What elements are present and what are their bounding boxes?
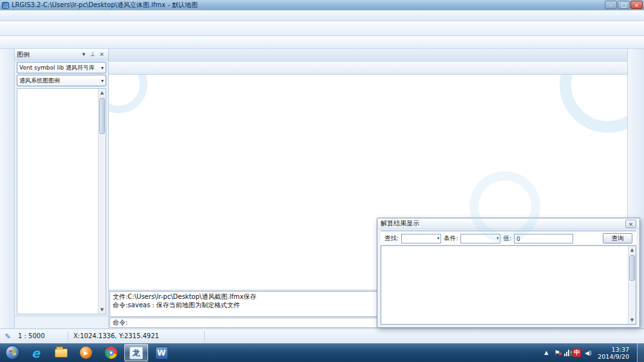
clock-date: 2014/9/20 [598,353,629,360]
dialog-title-bar[interactable]: 解算结果显示 × [377,218,639,229]
folder-icon [55,348,68,357]
clock-time: 13:37 [598,346,629,353]
action-center-flag-icon[interactable]: ⚑× [553,349,561,356]
menu-bar [0,10,644,21]
taskbar-clock[interactable]: 13:37 2014/9/20 [598,346,629,360]
symbol-library-value: Vent symbol lib 通风符号库 [19,64,101,72]
secondary-toolbar [0,36,644,49]
legend-scrollbar[interactable]: ▲ ▼ [98,89,106,314]
title-bar[interactable]: LRGIS3.2-C:\Users\lr-pc\Desktop\通风立体图.lf… [0,0,644,10]
taskbar-app-ie[interactable]: e [24,344,48,361]
table-scrollbar[interactable]: ▲ ▼ [628,246,636,324]
layer-toolbar [109,62,627,75]
legend-panel: 图例 ▾ ⊥ × Vent symbol lib 通风符号库 ▾ 通风系统图图例… [15,49,109,329]
chevron-down-icon: ▾ [437,236,440,241]
panel-menu-icon[interactable]: ▾ [79,50,88,59]
dialog-close-icon[interactable]: × [625,220,636,228]
taskbar-app-chrome[interactable] [99,344,123,361]
command-prompt-label: 命令: [113,318,128,327]
condition-label: 条件: [444,234,458,243]
symbol-category-select[interactable]: 通风系统图图例 ▾ [17,75,106,86]
show-desktop-button[interactable] [637,343,644,362]
scroll-up-icon[interactable]: ▲ [629,246,636,254]
chevron-down-icon: ▾ [101,65,104,71]
maximize-button[interactable]: □ [618,1,630,9]
find-label: 查找: [384,234,399,243]
window-title: LRGIS3.2-C:\Users\lr-pc\Desktop\通风立体图.lf… [12,1,198,10]
scroll-up-icon[interactable]: ▲ [99,89,106,97]
hidden-icons-button[interactable]: ▲ [542,350,550,356]
status-bar: ✎ 1 : 5000 X:1024.1336, Y:2315.4921 [0,329,644,343]
condition-select[interactable]: ▾ [460,234,500,243]
start-button[interactable] [1,344,23,361]
taskbar-app-media[interactable]: ▶ [74,344,98,361]
taskbar: e ▶ 龙 W ▲ ⚑× ! 中 ◀) 13:37 2014/9/20 [0,343,644,362]
volume-icon[interactable]: ◀) [584,350,592,356]
main-toolbar [0,21,644,36]
taskbar-app-word[interactable]: W [149,344,173,361]
chevron-down-icon: ▾ [101,78,104,84]
ime-icon[interactable]: 中 [573,348,581,357]
legend-panel-header[interactable]: 图例 ▾ ⊥ × [15,49,108,61]
scroll-thumb[interactable] [629,255,635,281]
left-tool-strip [0,49,15,329]
scroll-down-icon[interactable]: ▼ [99,306,106,314]
query-button[interactable]: 查询 [603,233,632,243]
close-button[interactable]: × [630,1,643,9]
media-player-icon: ▶ [80,347,92,359]
branch-data-table [381,246,628,324]
network-icon[interactable]: ! [564,350,569,356]
minimize-button[interactable]: – [605,1,617,9]
taskbar-app-lrgis[interactable]: 龙 [124,344,148,361]
ie-icon: e [32,346,40,360]
chrome-icon [105,347,117,359]
find-field-select[interactable]: ▾ [401,234,441,243]
lrgis-icon: 龙 [129,347,143,359]
value-label: 值: [503,234,511,243]
app-icon [2,2,9,9]
scroll-down-icon[interactable]: ▼ [629,316,636,324]
scale-indicator: 1 : 5000 [13,331,68,341]
legend-title: 图例 [17,50,79,59]
app-window: LRGIS3.2-C:\Users\lr-pc\Desktop\通风立体图.lf… [0,0,644,362]
chevron-down-icon: ▾ [497,236,499,241]
map-tab-bar [109,49,627,62]
symbol-library-select[interactable]: Vent symbol lib 通风符号库 ▾ [17,62,106,73]
solver-results-dialog: 解算结果显示 × 查找: ▾ 条件: ▾ 值: 0 查询 ▲ ▼ [377,218,640,328]
value-input[interactable]: 0 [514,234,573,243]
word-icon: W [155,347,168,359]
symbol-category-value: 通风系统图图例 [19,77,101,85]
windows-flag-icon [9,349,16,356]
scroll-thumb[interactable] [99,98,105,134]
pencil-icon: ✎ [3,332,13,341]
panel-close-icon[interactable]: × [97,50,106,59]
pin-icon[interactable]: ⊥ [88,50,97,59]
dialog-title: 解算结果显示 [381,219,419,228]
coordinates-readout: X:1024.1336, Y:2315.4921 [68,331,205,341]
taskbar-app-explorer[interactable] [49,344,73,361]
